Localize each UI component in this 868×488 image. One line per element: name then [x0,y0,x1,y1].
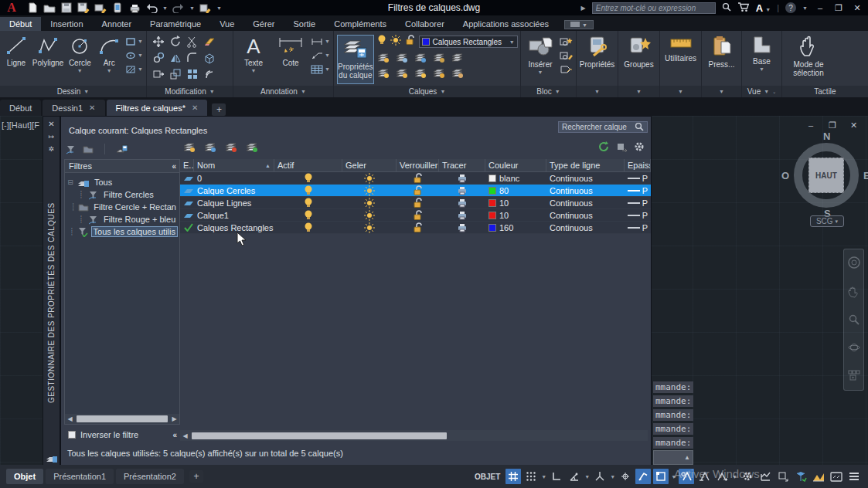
filter-item-filtre-rouge-bleu[interactable]: ┊Filtre Rouge + bleu [66,213,178,225]
status-clean-screen-toggle[interactable] [829,469,844,484]
layer-on-icon[interactable] [377,67,390,78]
add-layout-icon[interactable]: + [189,470,203,483]
status-annotation-visibility-toggle[interactable] [679,469,694,484]
set-current-icon[interactable] [246,141,259,152]
layer-on-icon[interactable] [377,35,386,49]
filter-item-filtre-cercles[interactable]: ┊Filtre Cercles [66,188,178,201]
refresh-icon[interactable] [598,141,610,152]
palette-properties-icon[interactable]: ✲ [49,141,55,153]
mirror-button[interactable] [169,52,182,67]
layer-lock-cell[interactable] [397,197,439,208]
orbit-icon[interactable] [848,341,860,357]
leader-button[interactable]: ▼ [311,49,330,61]
status-units-toggle[interactable] [775,469,791,484]
panel-label-annotation[interactable]: Annotation▼ [233,86,333,97]
column-header-type-de-ligne[interactable]: Type de ligne [546,159,625,171]
print-icon[interactable] [129,3,141,13]
layout-tab-objet[interactable]: Objet [6,469,43,484]
status-snap-toggle[interactable] [523,469,539,484]
drawing-tab-d-but[interactable]: Début [0,100,41,116]
layout-tab-présentation1[interactable]: Présentation1 [46,469,114,484]
layer-unlock-icon[interactable] [405,35,415,49]
drawing-tab-filtres-de-calques-[interactable]: Filtres de calques*✕ [107,100,208,116]
layer-sun-icon[interactable] [414,67,427,78]
layer-plot-cell[interactable] [439,209,485,221]
open-icon[interactable] [43,3,56,13]
color-swatch[interactable] [488,199,496,207]
undo-button[interactable] [145,2,158,13]
layer-plot-cell[interactable] [439,185,485,196]
erase-button[interactable] [203,36,216,51]
layer-row-calque1[interactable]: Calque110ContinuousP [180,209,651,222]
objet-mode-label[interactable]: OBJET [475,473,500,481]
layer-dropdown[interactable]: Calques Rectangles ▼ [419,36,518,48]
ribbon-tab-vue[interactable]: Vue [210,17,243,31]
scg-dropdown[interactable]: SCG▾ [810,215,844,227]
layer-lock-cell[interactable] [397,222,439,233]
viewcube-top-face[interactable]: HAUT [808,158,844,193]
layer-on-cell[interactable] [274,209,342,221]
settings-gear-icon[interactable] [634,141,645,152]
layer-stack-icon[interactable] [451,52,465,63]
base-button[interactable]: Base▼ [745,33,778,72]
new-layer-icon[interactable] [183,141,196,152]
stretch-button[interactable] [152,68,165,83]
help-search-input[interactable]: Entrez mot-clé ou expression [592,2,716,14]
scrollbar-thumb[interactable] [77,415,168,422]
panel-caret-utilitaires[interactable]: ▼ [660,86,701,97]
ribbon-overflow-button[interactable]: ▼ [564,20,594,29]
block-attrib-button[interactable] [560,63,573,75]
filter-item-filtre-cercle-rectan[interactable]: ┊Filtre Cercle + Rectan [66,201,178,213]
delete-layer-icon[interactable] [225,141,238,152]
status-workspace-gear-toggle[interactable] [740,469,755,484]
polar-caret-icon[interactable]: ▼ [584,474,590,480]
ribbon-tab-insertion[interactable]: Insertion [41,17,92,31]
new-button[interactable] [26,2,39,13]
layer-status-cell[interactable] [180,197,194,208]
invert-filter-checkbox[interactable] [68,431,76,439]
presse-papiers-button[interactable]: Press... [705,33,738,69]
layer-lock-cell[interactable] [397,209,439,221]
offset-button[interactable] [203,68,216,83]
layer-on-cell[interactable] [274,222,342,233]
layer-color-cell[interactable]: 80 [485,185,546,196]
new-property-filter-icon[interactable] [66,144,77,154]
color-swatch[interactable] [488,224,496,232]
new-icon[interactable] [27,2,38,13]
layer-lock-icon[interactable] [433,52,446,63]
save-icon[interactable] [61,2,72,13]
ribbon-tab-d-but[interactable]: Début [0,17,41,31]
layer-plot-cell[interactable] [439,172,485,184]
status-annotation-monitor-toggle[interactable] [757,469,773,484]
layer-linetype-cell[interactable]: Continuous [546,209,625,221]
layer-name-cell[interactable]: Calque Lignes [194,197,274,208]
column-header-verrouiller[interactable]: Verrouiller [397,159,439,171]
panel-label-calques[interactable]: Calques▼ [334,86,520,97]
groupes-button[interactable]: Groupes [621,33,656,69]
ribbon-tab-sortie[interactable]: Sortie [284,17,325,31]
pan-icon[interactable] [848,286,860,301]
save-as-button[interactable] [77,2,90,13]
status-object-snap-toggle[interactable] [653,469,669,484]
rotate-button[interactable] [169,36,182,51]
column-header-tracer[interactable]: Tracer [439,159,485,171]
layer-on-cell[interactable] [274,197,342,208]
status-customize-toggle[interactable] [846,469,862,484]
color-swatch[interactable] [488,212,496,219]
texte-button[interactable]: ATexte▼ [237,33,271,73]
polyligne-button[interactable]: Polyligne [32,33,64,67]
mode-selection-button[interactable]: Mode de sélection [785,33,832,77]
layer-search-input[interactable]: Rechercher calque [558,121,648,133]
open-button[interactable] [43,2,56,13]
object-snap-caret-icon[interactable]: ▼ [671,474,676,480]
layer-lineweight-cell[interactable]: P [625,185,651,196]
ellipse-button[interactable]: ▼ [125,49,143,61]
ribbon-tab-collaborer[interactable]: Collaborer [396,17,454,31]
collapse-filter-panel-icon[interactable]: « [172,431,176,439]
scale-button[interactable] [169,68,182,83]
filter-scrollbar[interactable]: ◀ ▶ [65,414,179,424]
ribbon-tab-g-rer[interactable]: Gérer [243,17,284,31]
layer-linetype-cell[interactable]: Continuous [546,172,625,184]
viewport-label[interactable]: [-][Haut][F [2,120,39,130]
status-autoscale-toggle[interactable] [696,469,712,484]
